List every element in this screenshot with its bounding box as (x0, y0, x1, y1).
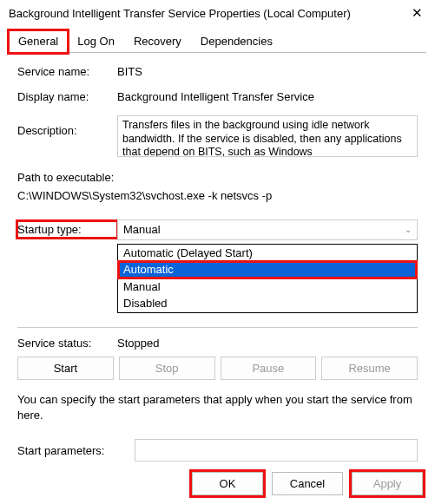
tab-general[interactable]: General (9, 30, 68, 53)
resume-button: Resume (321, 357, 418, 380)
tab-dependencies[interactable]: Dependencies (191, 30, 282, 53)
pause-button: Pause (221, 357, 317, 380)
start-parameters-label: Start parameters: (17, 444, 135, 457)
description-label: Description: (17, 115, 117, 137)
stop-button: Stop (119, 357, 215, 380)
apply-button: Apply (352, 472, 423, 495)
startup-option-disabled[interactable]: Disabled (118, 295, 417, 312)
startup-type-label: Startup type: (17, 221, 117, 238)
display-name-label: Display name: (17, 90, 117, 103)
service-status-value: Stopped (117, 337, 159, 350)
startup-type-selected: Manual (123, 223, 161, 236)
chevron-down-icon: ⌄ (405, 225, 412, 234)
tab-logon[interactable]: Log On (68, 30, 124, 53)
startup-option-manual[interactable]: Manual (118, 278, 417, 296)
startup-option-automatic[interactable]: Automatic (118, 261, 417, 278)
hint-text: You can specify the start parameters tha… (17, 392, 418, 423)
service-name-value: BITS (117, 65, 418, 78)
content-panel: Service name: BITS Display name: Backgro… (0, 53, 435, 461)
path-label: Path to executable: (17, 169, 418, 187)
display-name-value: Background Intelligent Transfer Service (117, 90, 418, 103)
path-value: C:\WINDOWS\System32\svchost.exe -k netsv… (17, 187, 418, 206)
tab-strip: General Log On Recovery Dependencies (9, 29, 426, 53)
service-name-label: Service name: (17, 65, 117, 78)
start-button[interactable]: Start (17, 357, 114, 380)
startup-type-dropdown: Automatic (Delayed Start) Automatic Manu… (117, 244, 418, 313)
window-title: Background Intelligent Transfer Service … (9, 7, 351, 20)
title-bar: Background Intelligent Transfer Service … (0, 0, 435, 24)
cancel-button[interactable]: Cancel (272, 472, 343, 495)
start-parameters-input[interactable] (135, 439, 418, 461)
startup-type-select[interactable]: Manual ⌄ (117, 219, 418, 240)
footer-buttons: OK Cancel Apply (192, 472, 423, 495)
startup-option-delayed[interactable]: Automatic (Delayed Start) (118, 245, 417, 262)
tab-recovery[interactable]: Recovery (124, 30, 191, 53)
divider (17, 327, 418, 328)
close-icon[interactable]: ✕ (408, 5, 426, 21)
description-box[interactable]: Transfers files in the background using … (117, 115, 418, 157)
service-status-label: Service status: (17, 337, 117, 350)
ok-button[interactable]: OK (192, 472, 263, 495)
